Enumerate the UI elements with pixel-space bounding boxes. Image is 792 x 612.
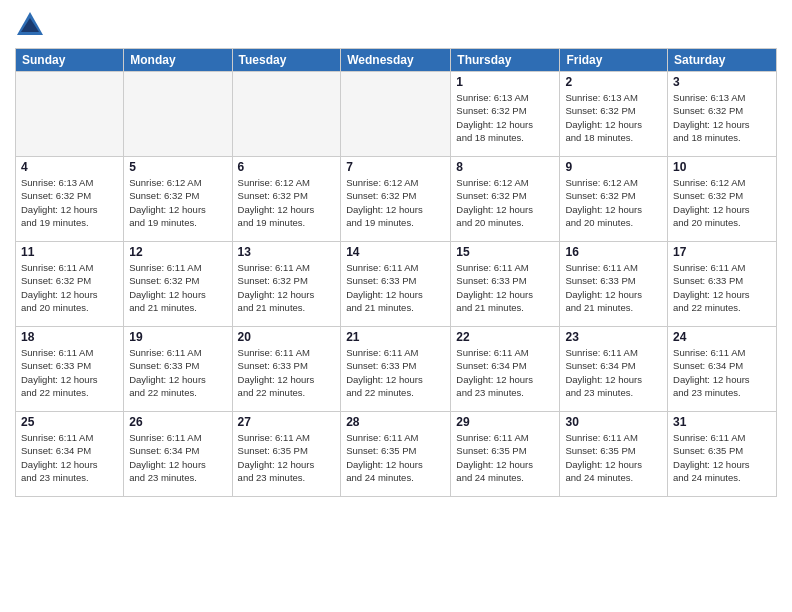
weekday-header-monday: Monday — [124, 49, 232, 72]
weekday-header-saturday: Saturday — [668, 49, 777, 72]
logo-icon — [15, 10, 45, 40]
day-cell: 28Sunrise: 6:11 AM Sunset: 6:35 PM Dayli… — [341, 412, 451, 497]
day-info: Sunrise: 6:12 AM Sunset: 6:32 PM Dayligh… — [673, 176, 771, 229]
day-info: Sunrise: 6:12 AM Sunset: 6:32 PM Dayligh… — [346, 176, 445, 229]
week-row-4: 18Sunrise: 6:11 AM Sunset: 6:33 PM Dayli… — [16, 327, 777, 412]
day-cell: 21Sunrise: 6:11 AM Sunset: 6:33 PM Dayli… — [341, 327, 451, 412]
day-cell: 26Sunrise: 6:11 AM Sunset: 6:34 PM Dayli… — [124, 412, 232, 497]
day-cell: 30Sunrise: 6:11 AM Sunset: 6:35 PM Dayli… — [560, 412, 668, 497]
day-info: Sunrise: 6:11 AM Sunset: 6:34 PM Dayligh… — [21, 431, 118, 484]
weekday-header-sunday: Sunday — [16, 49, 124, 72]
day-cell: 27Sunrise: 6:11 AM Sunset: 6:35 PM Dayli… — [232, 412, 341, 497]
day-number: 25 — [21, 415, 118, 429]
day-info: Sunrise: 6:11 AM Sunset: 6:32 PM Dayligh… — [129, 261, 226, 314]
day-cell: 4Sunrise: 6:13 AM Sunset: 6:32 PM Daylig… — [16, 157, 124, 242]
day-number: 13 — [238, 245, 336, 259]
day-number: 2 — [565, 75, 662, 89]
day-number: 4 — [21, 160, 118, 174]
day-number: 11 — [21, 245, 118, 259]
day-number: 22 — [456, 330, 554, 344]
day-info: Sunrise: 6:11 AM Sunset: 6:35 PM Dayligh… — [673, 431, 771, 484]
day-cell: 31Sunrise: 6:11 AM Sunset: 6:35 PM Dayli… — [668, 412, 777, 497]
day-cell: 3Sunrise: 6:13 AM Sunset: 6:32 PM Daylig… — [668, 72, 777, 157]
day-number: 12 — [129, 245, 226, 259]
weekday-header-row: SundayMondayTuesdayWednesdayThursdayFrid… — [16, 49, 777, 72]
day-cell: 7Sunrise: 6:12 AM Sunset: 6:32 PM Daylig… — [341, 157, 451, 242]
day-cell: 23Sunrise: 6:11 AM Sunset: 6:34 PM Dayli… — [560, 327, 668, 412]
day-cell: 1Sunrise: 6:13 AM Sunset: 6:32 PM Daylig… — [451, 72, 560, 157]
day-cell: 5Sunrise: 6:12 AM Sunset: 6:32 PM Daylig… — [124, 157, 232, 242]
day-cell: 17Sunrise: 6:11 AM Sunset: 6:33 PM Dayli… — [668, 242, 777, 327]
day-info: Sunrise: 6:11 AM Sunset: 6:32 PM Dayligh… — [238, 261, 336, 314]
day-number: 19 — [129, 330, 226, 344]
day-info: Sunrise: 6:13 AM Sunset: 6:32 PM Dayligh… — [456, 91, 554, 144]
day-cell: 18Sunrise: 6:11 AM Sunset: 6:33 PM Dayli… — [16, 327, 124, 412]
day-cell: 6Sunrise: 6:12 AM Sunset: 6:32 PM Daylig… — [232, 157, 341, 242]
day-number: 5 — [129, 160, 226, 174]
day-info: Sunrise: 6:12 AM Sunset: 6:32 PM Dayligh… — [456, 176, 554, 229]
day-number: 15 — [456, 245, 554, 259]
day-cell — [124, 72, 232, 157]
day-info: Sunrise: 6:13 AM Sunset: 6:32 PM Dayligh… — [21, 176, 118, 229]
day-number: 17 — [673, 245, 771, 259]
week-row-5: 25Sunrise: 6:11 AM Sunset: 6:34 PM Dayli… — [16, 412, 777, 497]
day-info: Sunrise: 6:11 AM Sunset: 6:35 PM Dayligh… — [456, 431, 554, 484]
day-info: Sunrise: 6:12 AM Sunset: 6:32 PM Dayligh… — [129, 176, 226, 229]
day-info: Sunrise: 6:11 AM Sunset: 6:33 PM Dayligh… — [21, 346, 118, 399]
day-number: 26 — [129, 415, 226, 429]
day-cell — [341, 72, 451, 157]
day-cell: 20Sunrise: 6:11 AM Sunset: 6:33 PM Dayli… — [232, 327, 341, 412]
day-number: 31 — [673, 415, 771, 429]
day-number: 7 — [346, 160, 445, 174]
day-number: 23 — [565, 330, 662, 344]
day-cell: 2Sunrise: 6:13 AM Sunset: 6:32 PM Daylig… — [560, 72, 668, 157]
day-info: Sunrise: 6:11 AM Sunset: 6:34 PM Dayligh… — [456, 346, 554, 399]
week-row-3: 11Sunrise: 6:11 AM Sunset: 6:32 PM Dayli… — [16, 242, 777, 327]
day-number: 29 — [456, 415, 554, 429]
day-number: 9 — [565, 160, 662, 174]
header — [15, 10, 777, 40]
day-info: Sunrise: 6:11 AM Sunset: 6:34 PM Dayligh… — [673, 346, 771, 399]
day-info: Sunrise: 6:11 AM Sunset: 6:33 PM Dayligh… — [346, 346, 445, 399]
day-info: Sunrise: 6:11 AM Sunset: 6:35 PM Dayligh… — [565, 431, 662, 484]
day-cell: 16Sunrise: 6:11 AM Sunset: 6:33 PM Dayli… — [560, 242, 668, 327]
day-info: Sunrise: 6:13 AM Sunset: 6:32 PM Dayligh… — [673, 91, 771, 144]
weekday-header-thursday: Thursday — [451, 49, 560, 72]
day-number: 18 — [21, 330, 118, 344]
day-cell: 9Sunrise: 6:12 AM Sunset: 6:32 PM Daylig… — [560, 157, 668, 242]
logo — [15, 10, 49, 40]
day-number: 8 — [456, 160, 554, 174]
day-cell: 22Sunrise: 6:11 AM Sunset: 6:34 PM Dayli… — [451, 327, 560, 412]
week-row-1: 1Sunrise: 6:13 AM Sunset: 6:32 PM Daylig… — [16, 72, 777, 157]
day-info: Sunrise: 6:11 AM Sunset: 6:35 PM Dayligh… — [238, 431, 336, 484]
day-info: Sunrise: 6:12 AM Sunset: 6:32 PM Dayligh… — [238, 176, 336, 229]
weekday-header-tuesday: Tuesday — [232, 49, 341, 72]
day-number: 28 — [346, 415, 445, 429]
day-info: Sunrise: 6:12 AM Sunset: 6:32 PM Dayligh… — [565, 176, 662, 229]
day-cell: 24Sunrise: 6:11 AM Sunset: 6:34 PM Dayli… — [668, 327, 777, 412]
day-info: Sunrise: 6:11 AM Sunset: 6:33 PM Dayligh… — [346, 261, 445, 314]
day-cell: 12Sunrise: 6:11 AM Sunset: 6:32 PM Dayli… — [124, 242, 232, 327]
day-number: 10 — [673, 160, 771, 174]
day-info: Sunrise: 6:11 AM Sunset: 6:33 PM Dayligh… — [238, 346, 336, 399]
calendar: SundayMondayTuesdayWednesdayThursdayFrid… — [15, 48, 777, 497]
day-number: 24 — [673, 330, 771, 344]
day-number: 1 — [456, 75, 554, 89]
day-info: Sunrise: 6:13 AM Sunset: 6:32 PM Dayligh… — [565, 91, 662, 144]
day-cell: 11Sunrise: 6:11 AM Sunset: 6:32 PM Dayli… — [16, 242, 124, 327]
page: SundayMondayTuesdayWednesdayThursdayFrid… — [0, 0, 792, 612]
day-cell: 13Sunrise: 6:11 AM Sunset: 6:32 PM Dayli… — [232, 242, 341, 327]
weekday-header-wednesday: Wednesday — [341, 49, 451, 72]
day-info: Sunrise: 6:11 AM Sunset: 6:33 PM Dayligh… — [565, 261, 662, 314]
day-cell: 15Sunrise: 6:11 AM Sunset: 6:33 PM Dayli… — [451, 242, 560, 327]
week-row-2: 4Sunrise: 6:13 AM Sunset: 6:32 PM Daylig… — [16, 157, 777, 242]
day-info: Sunrise: 6:11 AM Sunset: 6:33 PM Dayligh… — [456, 261, 554, 314]
day-number: 14 — [346, 245, 445, 259]
day-info: Sunrise: 6:11 AM Sunset: 6:33 PM Dayligh… — [129, 346, 226, 399]
day-cell: 19Sunrise: 6:11 AM Sunset: 6:33 PM Dayli… — [124, 327, 232, 412]
day-cell — [232, 72, 341, 157]
day-info: Sunrise: 6:11 AM Sunset: 6:35 PM Dayligh… — [346, 431, 445, 484]
day-number: 20 — [238, 330, 336, 344]
day-number: 6 — [238, 160, 336, 174]
day-info: Sunrise: 6:11 AM Sunset: 6:33 PM Dayligh… — [673, 261, 771, 314]
